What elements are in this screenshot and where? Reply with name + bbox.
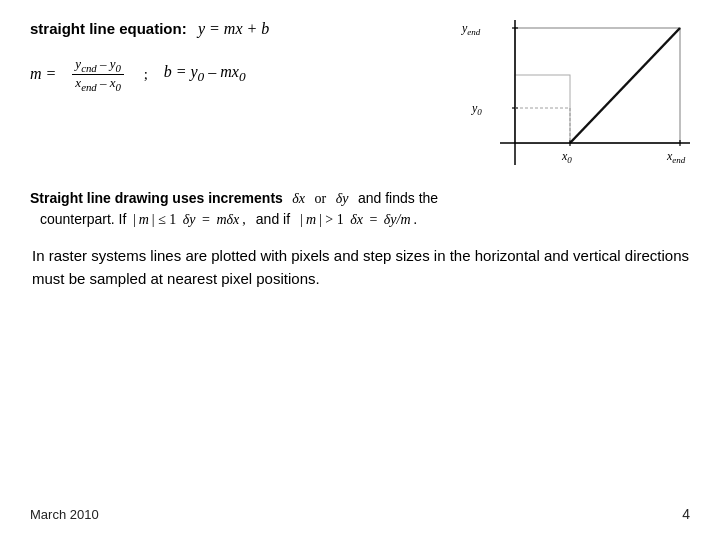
graph-area: yend y0 x0 xend xyxy=(460,20,690,180)
equation-line-1: straight line equation: y = mx + b xyxy=(30,20,440,38)
equation-line-2: m = ycnd – y0 xend – x0 ; b = y0 – mx0 xyxy=(30,56,440,92)
graph-svg: yend y0 x0 xend xyxy=(460,20,690,180)
svg-line-2 xyxy=(570,28,680,143)
svg-rect-1 xyxy=(515,75,570,143)
top-section: straight line equation: y = mx + b m = y… xyxy=(30,20,690,180)
fraction-denominator: xend – x0 xyxy=(72,75,124,93)
mid-line2: counterpart. If |m| ≤ 1 δy = mδx, and if… xyxy=(30,211,690,228)
footer-date: March 2010 xyxy=(30,507,99,522)
svg-text:y0: y0 xyxy=(471,101,482,117)
slide-container: straight line equation: y = mx + b m = y… xyxy=(0,0,720,540)
m-label: m = xyxy=(30,65,56,83)
footer: March 2010 4 xyxy=(30,506,690,522)
eq1-label: straight line equation: xyxy=(30,20,187,37)
m-fraction: ycnd – y0 xend – x0 xyxy=(72,56,124,92)
fraction-numerator: ycnd – y0 xyxy=(72,56,124,75)
prose-text: In raster systems lines are plotted with… xyxy=(32,244,690,291)
eq1-formula: y = mx + b xyxy=(198,20,269,37)
semicolon-b-eq: ; xyxy=(140,66,152,83)
svg-text:xend: xend xyxy=(666,149,686,165)
prose-section: In raster systems lines are plotted with… xyxy=(30,244,690,291)
footer-page: 4 xyxy=(682,506,690,522)
middle-section: Straight line drawing uses increments δx… xyxy=(30,190,690,228)
mid-text-bold: Straight line drawing uses increments xyxy=(30,190,283,206)
and-word: and xyxy=(334,247,359,264)
svg-text:x0: x0 xyxy=(561,149,572,165)
mid-line1: Straight line drawing uses increments δx… xyxy=(30,190,690,207)
b-equation: b = y0 – mx0 xyxy=(164,63,246,85)
svg-text:yend: yend xyxy=(461,21,481,37)
equations-left: straight line equation: y = mx + b m = y… xyxy=(30,20,460,92)
